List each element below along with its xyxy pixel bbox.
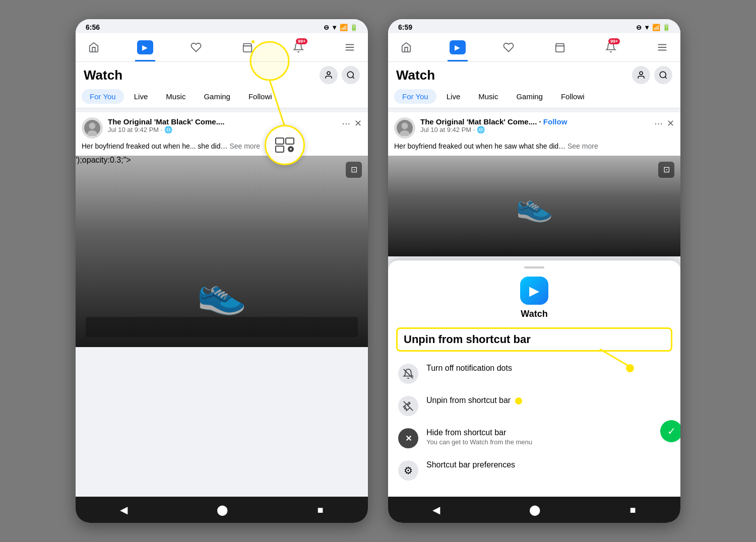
tab-music-right[interactable]: Music [470, 89, 506, 104]
tab-live-right[interactable]: Live [438, 89, 469, 104]
wifi-icon: ▼ [331, 24, 338, 31]
tab-for-you-right[interactable]: For You [394, 89, 436, 104]
more-options-left[interactable]: ··· [342, 117, 350, 129]
header-icons-right [632, 66, 672, 84]
home-button-left[interactable]: ⬤ [217, 504, 228, 516]
yellow-dot-unpin [515, 397, 522, 404]
home-button-right[interactable]: ⬤ [529, 504, 540, 516]
post-date-left: Jul 10 at 9:42 PM · [108, 126, 162, 133]
search-button-right[interactable] [654, 66, 672, 84]
post-header-left: The Original 'Mat Black' Come.... Jul 10… [76, 112, 368, 142]
tab-music-left[interactable]: Music [158, 89, 194, 104]
tabs-bar-right: For You Live Music Gaming Followi [388, 86, 680, 108]
unpin-label: Unpin from shortcut bar [426, 396, 670, 405]
signal-icon-r: 📶 [652, 24, 660, 31]
menu-item-notification-dots[interactable]: Turn off notification dots [388, 358, 680, 390]
post-text-left: Her boyfriend freaked out when he... she… [76, 142, 368, 156]
back-button-right[interactable]: ◀ [432, 504, 440, 516]
post-meta-right: Jul 10 at 9:42 PM · 🌐 [420, 126, 649, 133]
recent-button-right[interactable]: ■ [629, 504, 636, 516]
svg-point-3 [327, 72, 330, 75]
follow-link-right[interactable]: Follow [543, 117, 568, 126]
nav-marketplace-right[interactable] [550, 37, 570, 57]
video-thumbnail-left[interactable]: ');opacity:0.3;"> 👟 ⊡ [76, 156, 368, 347]
tab-live-left[interactable]: Live [126, 89, 156, 104]
time-left: 6:56 [86, 23, 100, 31]
post-author-right: The Original 'Mat Black' Come.... · Foll… [420, 117, 649, 126]
profile-button-left[interactable] [320, 66, 338, 84]
nav-notifications-right[interactable]: 99+ [601, 37, 621, 57]
status-bar-left: 6:56 ⊖ ▼ 📶 🔋 [76, 19, 368, 33]
time-right: 6:59 [398, 23, 412, 31]
nav-watch-right[interactable]: ▶ [448, 37, 468, 57]
nav-watch-left[interactable]: ▶ [135, 37, 155, 57]
close-post-left[interactable]: ✕ [354, 118, 362, 129]
menu-item-preferences[interactable]: ⚙ Shortcut bar preferences [388, 454, 680, 487]
nav-notifications-left[interactable]: 99+ [288, 37, 308, 57]
sheet-handle [524, 266, 544, 268]
recent-button-left[interactable]: ■ [317, 504, 323, 516]
nav-menu-right[interactable] [652, 37, 672, 57]
nav-home-left[interactable] [84, 37, 104, 57]
svg-point-4 [347, 72, 353, 78]
back-button-left[interactable]: ◀ [120, 504, 128, 516]
post-card-right: The Original 'Mat Black' Come.... · Foll… [388, 112, 680, 256]
svg-line-5 [352, 77, 354, 78]
nav-bar-left: ▶ 99+ [76, 33, 368, 62]
nav-heart-left[interactable] [186, 37, 206, 57]
watch-header-left: Watch [76, 62, 368, 86]
watch-title-right: Watch [396, 67, 435, 83]
hide-sublabel: You can get to Watch from the menu [426, 438, 670, 446]
more-options-right[interactable]: ··· [654, 117, 663, 129]
teal-fab-right[interactable]: ✓ [660, 420, 680, 442]
see-more-right[interactable]: See more [568, 142, 598, 150]
tab-following-left[interactable]: Followi [240, 89, 280, 104]
header-icons-left [320, 66, 360, 84]
preferences-icon: ⚙ [398, 460, 418, 481]
svg-point-7 [89, 123, 96, 129]
menu-item-unpin[interactable]: Unpin from shortcut bar [388, 390, 680, 422]
globe-icon-left: 🌐 [164, 126, 172, 133]
pip-button-right[interactable]: ⊡ [658, 162, 674, 178]
post-header-right: The Original 'Mat Black' Come.... · Foll… [388, 112, 680, 142]
svg-point-24 [402, 123, 408, 129]
bottom-nav-left: ◀ ⬤ ■ [76, 497, 368, 523]
post-info-right: The Original 'Mat Black' Come.... · Foll… [420, 117, 649, 133]
post-text-right: Her boyfriend freaked out when he saw wh… [388, 142, 680, 156]
post-date-right: Jul 10 at 9:42 PM · [420, 126, 475, 133]
watch-header-right: Watch [388, 62, 680, 86]
video-thumbnail-right[interactable]: 👟 ⊡ [388, 156, 680, 256]
close-post-right[interactable]: ✕ [667, 118, 674, 129]
post-card-left: The Original 'Mat Black' Come.... Jul 10… [76, 112, 368, 347]
nav-menu-left[interactable] [340, 37, 360, 57]
right-phone: 6:59 ⊖ ▼ 📶 🔋 ▶ 99+ Watch [388, 19, 680, 523]
nav-bar-right: ▶ 99+ [388, 33, 680, 62]
profile-button-right[interactable] [632, 66, 650, 84]
preferences-text: Shortcut bar preferences [426, 460, 670, 469]
nav-marketplace-left[interactable] [237, 37, 258, 57]
preferences-label: Shortcut bar preferences [426, 460, 670, 469]
signal-icon: 📶 [340, 24, 348, 31]
notification-dots-label: Turn off notification dots [426, 364, 670, 373]
tab-gaming-right[interactable]: Gaming [508, 89, 551, 104]
svg-point-21 [660, 72, 666, 78]
nav-home-right[interactable] [396, 37, 416, 57]
post-author-left: The Original 'Mat Black' Come.... [108, 117, 337, 126]
tab-for-you-left[interactable]: For You [82, 89, 124, 104]
tab-gaming-left[interactable]: Gaming [196, 89, 238, 104]
notification-dots-text: Turn off notification dots [426, 364, 670, 373]
pip-button-left[interactable]: ⊡ [346, 162, 362, 178]
see-more-left[interactable]: See more [229, 142, 260, 150]
status-icons-left: ⊖ ▼ 📶 🔋 [324, 24, 358, 31]
do-not-disturb-icon: ⊖ [324, 24, 329, 31]
tab-following-right[interactable]: Followi [553, 89, 593, 104]
unpin-text: Unpin from shortcut bar [426, 396, 670, 405]
nav-heart-right[interactable] [498, 37, 519, 57]
menu-item-hide[interactable]: ✕ Hide from shortcut bar You can get to … [388, 422, 680, 454]
unpin-highlight-text: Unpin from shortcut bar [404, 333, 531, 346]
tabs-bar-left: For You Live Music Gaming Followi [76, 86, 368, 108]
search-button-left[interactable] [342, 66, 360, 84]
sheet-title: Watch [388, 309, 680, 319]
globe-icon-right: 🌐 [477, 126, 485, 133]
hide-text: Hide from shortcut bar You can get to Wa… [426, 428, 670, 446]
